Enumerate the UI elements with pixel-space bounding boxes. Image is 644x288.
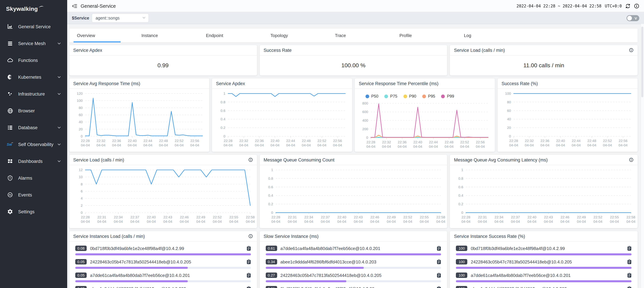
instance-bar-fill <box>456 280 632 282</box>
instance-value-badge: 100 <box>456 246 468 251</box>
clipboard-icon[interactable] <box>627 246 632 251</box>
svg-text:04-04: 04-04 <box>288 220 297 223</box>
svg-text:04-04: 04-04 <box>97 220 106 223</box>
instance-name[interactable]: abee1c9dddaf4f6286fbf6dfd4013cce@10.4.0.… <box>280 259 434 264</box>
mesh-icon <box>7 40 14 47</box>
chart-body: P50 P75 P90 P95 P99 020040060080022:2804… <box>355 89 495 152</box>
svg-text:22:43: 22:43 <box>354 215 363 219</box>
svg-text:04-04: 04-04 <box>544 220 553 223</box>
clipboard-icon[interactable] <box>246 286 251 288</box>
legend-item-p90[interactable]: P90 <box>403 94 416 99</box>
clipboard-icon[interactable] <box>437 259 441 264</box>
tab-endpoint[interactable]: Endpoint <box>202 29 267 42</box>
svg-text:600: 600 <box>362 110 368 114</box>
chart-body: 00.20.40.60.8122:2804-0422:3204-0422:360… <box>212 89 352 152</box>
instance-name[interactable]: 0bd718f0b3df49a6bfe1e2ce48f98a4f@10.4.2.… <box>471 246 624 251</box>
clipboard-icon[interactable] <box>246 246 251 251</box>
sidebar-collapse-icon[interactable] <box>72 3 77 9</box>
sidebar-item-label: Events <box>18 192 61 197</box>
svg-text:22:34: 22:34 <box>114 215 123 219</box>
instance-name[interactable]: 24228463c05b47c7813fa502544418eb@10.4.0.… <box>90 259 244 264</box>
svg-text:80: 80 <box>79 106 83 110</box>
tab-profile[interactable]: Profile <box>396 29 460 42</box>
svg-text:22:48: 22:48 <box>159 139 168 143</box>
sidebar-item-database[interactable]: Database <box>0 119 67 136</box>
svg-text:04-04: 04-04 <box>528 220 537 223</box>
instance-row-top: 0.08 0bd718f0b3df49a6bfe1e2ce48f98a4f@10… <box>75 245 251 252</box>
sidebar-item-general-service[interactable]: General Service <box>0 18 67 35</box>
svg-text:04-04: 04-04 <box>147 220 156 223</box>
info-icon[interactable] <box>629 48 634 53</box>
sidebar-item-kubernetes[interactable]: Kubernetes <box>0 69 67 85</box>
info-icon[interactable] <box>248 234 253 239</box>
list-body: 0.61 a7dde61ca4fa48a4b80dab7f7eeb56ce@10… <box>260 242 447 288</box>
tab-overview[interactable]: Overview <box>74 29 138 42</box>
sidebar-item-settings[interactable]: Settings <box>0 203 67 220</box>
info-icon[interactable] <box>634 3 639 9</box>
sidebar-item-label: Dashboards <box>18 159 57 164</box>
instance-name[interactable]: 0bd718f0b3df49a6bfe1e2ce48f98a4f@10.4.2.… <box>280 286 434 288</box>
clipboard-icon[interactable] <box>246 272 251 278</box>
instance-name[interactable]: 24228463c05b47c7813fa502544418eb@10.4.0.… <box>280 273 434 278</box>
info-icon[interactable] <box>629 158 634 162</box>
svg-text:04-04: 04-04 <box>333 143 342 147</box>
instance-name[interactable]: 24228463c05b47c7813fa502544418eb@10.4.0.… <box>471 259 624 264</box>
svg-text:04-04: 04-04 <box>560 220 570 223</box>
sidebar-item-label: Database <box>18 125 57 130</box>
instance-bar-track <box>266 280 441 282</box>
svg-text:04-04: 04-04 <box>462 220 471 223</box>
svg-text:04-04: 04-04 <box>246 220 255 223</box>
instance-name[interactable]: abee1c9dddaf4f6286fbf6dfd4013cce@10.4.0.… <box>90 286 244 288</box>
sidebar-item-self-observability[interactable]: Sw Self Observability <box>0 136 67 153</box>
tab-instance[interactable]: Instance <box>138 29 202 42</box>
clipboard-icon[interactable] <box>246 259 251 264</box>
clipboard-icon[interactable] <box>627 272 632 278</box>
sidebar-item-events[interactable]: Events <box>0 186 67 203</box>
sidebar-item-service-mesh[interactable]: Service Mesh <box>0 35 67 52</box>
instance-name[interactable]: a7dde61ca4fa48a4b80dab7f7eeb56ce@10.4.0.… <box>471 273 624 278</box>
tab-topology[interactable]: Topology <box>267 29 332 42</box>
panel-header: Service Instance Success Rate (%) <box>450 231 638 242</box>
legend-item-p75[interactable]: P75 <box>384 94 398 99</box>
refresh-icon[interactable] <box>625 3 630 9</box>
svg-text:0.2: 0.2 <box>458 202 463 206</box>
tab-log[interactable]: Log <box>460 29 525 42</box>
instance-name[interactable]: a7dde61ca4fa48a4b80dab7f7eeb56ce@10.4.0.… <box>280 246 434 251</box>
legend-item-p99[interactable]: P99 <box>441 94 454 99</box>
svg-text:22:52: 22:52 <box>318 139 326 143</box>
sidebar-item-dashboards[interactable]: Dashboards <box>0 153 67 170</box>
svg-text:80: 80 <box>507 100 511 104</box>
clipboard-icon[interactable] <box>437 286 441 288</box>
clipboard-icon[interactable] <box>437 272 441 278</box>
metric-body: 11.00 calls / min <box>450 56 638 75</box>
svg-text:40: 40 <box>79 120 83 124</box>
vertical-scrollbar[interactable] <box>641 24 644 288</box>
instance-row-top: 0.01 0bd718f0b3df49a6bfe1e2ce48f98a4f@10… <box>266 285 441 288</box>
sidebar-item-infrastructure[interactable]: Infrastructure <box>0 85 67 102</box>
instance-bar-track <box>456 253 632 255</box>
chevron-down-icon <box>142 16 146 20</box>
clipboard-icon[interactable] <box>437 246 441 251</box>
instance-name[interactable]: abee1c9dddaf4f6286fbf6dfd4013cce@10.4.0.… <box>471 286 624 288</box>
instance-value-badge: 0.61 <box>266 246 277 251</box>
clipboard-icon[interactable] <box>627 259 632 264</box>
svg-text:04-04: 04-04 <box>525 143 534 147</box>
clipboard-icon[interactable] <box>627 286 632 288</box>
view-toggle[interactable]: V <box>626 15 639 21</box>
panel-header: Message Queue Consuming Count <box>260 155 447 165</box>
svg-text:04-04: 04-04 <box>478 220 487 223</box>
instance-name[interactable]: 0bd718f0b3df49a6bfe1e2ce48f98a4f@10.4.2.… <box>90 246 244 251</box>
instance-name[interactable]: a7dde61ca4fa48a4b80dab7f7eeb56ce@10.4.0.… <box>90 273 244 278</box>
legend-item-p95[interactable]: P95 <box>422 94 435 99</box>
sidebar-item-alarms[interactable]: Alarms <box>0 170 67 186</box>
info-icon[interactable] <box>248 158 253 162</box>
sidebar-item-browser[interactable]: Browser <box>0 102 67 119</box>
cloud-icon <box>7 57 14 64</box>
scrollbar-thumb[interactable] <box>641 27 643 97</box>
svg-text:60: 60 <box>79 113 83 117</box>
service-select[interactable]: agent::songs <box>92 14 149 23</box>
tab-trace[interactable]: Trace <box>332 29 396 42</box>
legend-item-p50[interactable]: P50 <box>366 94 378 99</box>
instance-value-badge: 0.05 <box>75 272 87 278</box>
sidebar-item-functions[interactable]: Functions <box>0 52 67 69</box>
